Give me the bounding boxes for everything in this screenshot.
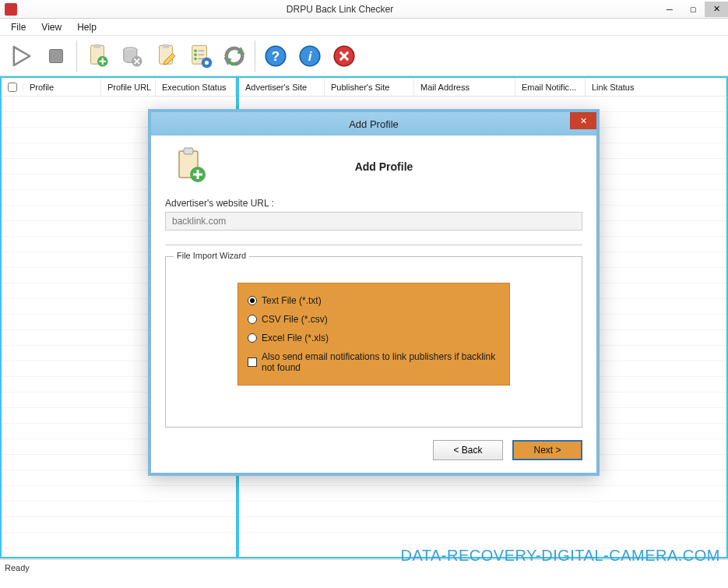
col-mail[interactable]: Mail Address	[414, 78, 515, 96]
play-button[interactable]	[5, 39, 39, 73]
stop-button[interactable]	[39, 39, 73, 73]
right-headers: Advertiser's Site Publisher's Site Mail …	[239, 78, 726, 97]
table-row	[2, 533, 236, 548]
menu-help[interactable]: Help	[69, 19, 104, 35]
add-profile-dialog: Add Profile ✕ Add Profile Advertiser's w…	[148, 109, 600, 476]
status-text: Ready	[5, 563, 30, 572]
add-profile-button[interactable]	[80, 39, 114, 73]
close-button[interactable]	[705, 2, 728, 17]
url-label: Advertiser's website URL :	[165, 198, 582, 209]
svg-rect-8	[163, 44, 170, 48]
svg-point-10	[194, 49, 196, 51]
table-row	[239, 533, 726, 548]
toolbar-separator	[255, 40, 255, 72]
option-email-notify[interactable]: Also send email notifications to link pu…	[248, 347, 500, 377]
svg-text:?: ?	[272, 48, 280, 63]
col-advertiser[interactable]: Advertiser's Site	[239, 78, 325, 96]
col-email-notif[interactable]: Email Notific...	[515, 78, 586, 96]
help-button[interactable]: ?	[258, 39, 293, 73]
svg-rect-3	[94, 44, 101, 48]
refresh-button[interactable]	[217, 39, 251, 73]
menu-bar: File View Help	[0, 19, 728, 36]
col-publisher[interactable]: Publisher's Site	[325, 78, 414, 96]
svg-point-11	[194, 53, 196, 55]
option-label: Also send email notifications to link pu…	[262, 351, 500, 373]
table-row	[2, 517, 236, 533]
exit-button[interactable]	[327, 39, 361, 73]
window-controls	[658, 2, 728, 17]
fieldset-legend: File Import Wizard	[174, 251, 249, 260]
checkbox-icon	[248, 357, 257, 367]
svg-rect-26	[184, 148, 193, 154]
table-row	[2, 502, 236, 517]
window-titlebar: DRPU Back Link Checker	[0, 0, 728, 19]
radio-icon	[248, 296, 257, 305]
watermark-text: DATA-RECOVERY-DIGITAL-CAMERA.COM	[401, 547, 721, 565]
dialog-titlebar: Add Profile ✕	[151, 112, 596, 136]
svg-rect-1	[50, 49, 63, 62]
toolbar: ? i	[0, 36, 728, 76]
next-button[interactable]: Next >	[512, 440, 582, 460]
svg-point-17	[205, 60, 209, 64]
option-label: Excel File (*.xls)	[262, 333, 329, 343]
dialog-footer: < Back Next >	[165, 440, 582, 460]
back-button[interactable]: < Back	[433, 440, 503, 460]
maximize-button[interactable]	[681, 2, 705, 17]
file-options-box: Text File (*.txt) CSV File (*.csv) Excel…	[237, 283, 510, 386]
select-all-checkbox[interactable]	[2, 83, 23, 92]
dialog-header: Add Profile	[165, 146, 582, 187]
table-row	[2, 486, 236, 502]
table-row	[239, 502, 726, 517]
svg-marker-0	[14, 47, 30, 65]
divider	[165, 245, 582, 245]
option-label: Text File (*.txt)	[262, 295, 322, 306]
minimize-button[interactable]	[658, 2, 681, 17]
dialog-body: Add Profile Advertiser's website URL : F…	[151, 136, 596, 473]
col-link-status[interactable]: Link Status	[586, 78, 726, 96]
option-label: CSV File (*.csv)	[262, 314, 328, 325]
delete-button[interactable]	[114, 39, 149, 73]
svg-point-12	[194, 57, 196, 59]
table-row	[239, 486, 726, 502]
settings-list-button[interactable]	[183, 39, 217, 73]
left-headers: Profile Profile URL Execution Status	[2, 78, 236, 97]
window-title: DRPU Back Link Checker	[22, 4, 658, 15]
app-icon	[5, 3, 17, 16]
advertiser-url-input[interactable]	[165, 212, 582, 231]
col-exec-status[interactable]: Execution Status	[156, 78, 236, 96]
dialog-close-button[interactable]: ✕	[570, 112, 596, 129]
table-row	[239, 517, 726, 533]
dialog-title: Add Profile	[151, 118, 596, 130]
file-import-fieldset: File Import Wizard Text File (*.txt) CSV…	[165, 256, 582, 428]
option-text-file[interactable]: Text File (*.txt)	[248, 291, 500, 310]
dialog-heading: Add Profile	[232, 160, 582, 173]
clipboard-add-icon	[171, 146, 209, 187]
radio-icon	[248, 315, 257, 324]
option-excel-file[interactable]: Excel File (*.xls)	[248, 329, 500, 347]
col-profile[interactable]: Profile	[23, 78, 101, 96]
toolbar-separator	[76, 40, 77, 72]
edit-profile-button[interactable]	[149, 39, 183, 73]
menu-file[interactable]: File	[3, 19, 33, 35]
option-csv-file[interactable]: CSV File (*.csv)	[248, 310, 500, 329]
info-button[interactable]: i	[293, 39, 327, 73]
menu-view[interactable]: View	[33, 19, 69, 35]
radio-icon	[248, 333, 257, 343]
col-profile-url[interactable]: Profile URL	[101, 78, 156, 96]
